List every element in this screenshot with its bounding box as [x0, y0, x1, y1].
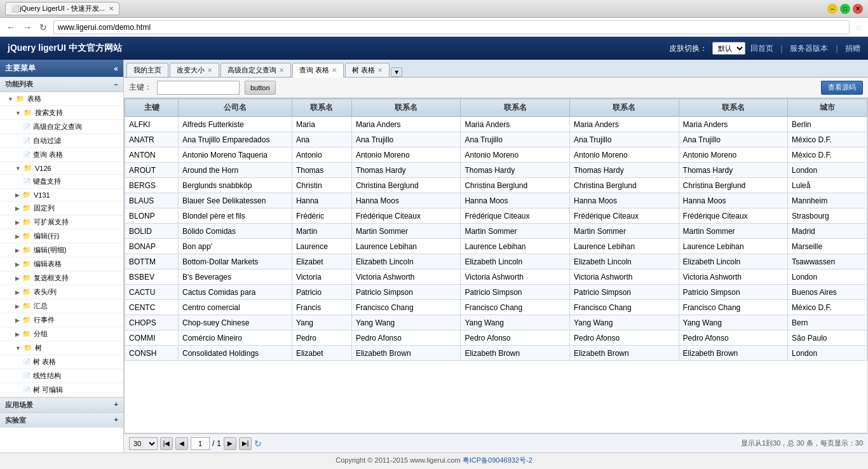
table-row[interactable]: BOTTMBottom-Dollar MarketsElizabetElizab…: [125, 254, 867, 269]
sidebar-item-keyboard[interactable]: 📄 键盘支持: [0, 175, 123, 189]
sidebar-item-v131[interactable]: ▶ 📁 V131: [0, 189, 123, 201]
refresh-button[interactable]: ↻: [254, 438, 262, 449]
table-cell: Frédérique Citeaux: [461, 208, 570, 224]
maximize-button[interactable]: □: [840, 4, 850, 14]
tab-tree-table-close[interactable]: ✕: [377, 67, 383, 74]
donate-link[interactable]: 捐赠: [845, 44, 860, 53]
sidebar-item-group[interactable]: ▶ 📁 分组: [0, 327, 123, 341]
sidebar-item-linear[interactable]: 📄 线性结构: [0, 369, 123, 383]
back-button[interactable]: ←: [5, 22, 17, 32]
sidebar-item-query-table[interactable]: 📄 查询 表格: [0, 148, 123, 162]
grid-container[interactable]: 主键 公司名 联系名 联系名 联系名 联系名 联系名 城市 ALFKIAlfre…: [124, 98, 868, 433]
sidebar-item-header-col[interactable]: ▶ 📁 表头/列: [0, 285, 123, 299]
sidebar-item-row-events[interactable]: ▶ 📁 行事件: [0, 313, 123, 327]
sidebar-item-edit-table[interactable]: ▶ 📁 编辑表格: [0, 257, 123, 271]
col-header-key[interactable]: 主键: [125, 99, 179, 117]
sidebar-item-expand[interactable]: ▶ 📁 可扩展支持: [0, 215, 123, 229]
sidebar-item-edit-row[interactable]: ▶ 📁 编辑(行): [0, 229, 123, 243]
url-input[interactable]: [53, 20, 850, 34]
sidebar-item-tree-table[interactable]: 📄 树 表格: [0, 355, 123, 369]
server-version-link[interactable]: 服务器版本: [790, 44, 828, 53]
sidebar-item-tree[interactable]: ▼ 📁 树: [0, 341, 123, 355]
forward-button[interactable]: →: [22, 22, 33, 32]
sidebar-item-label-v131: V131: [34, 191, 50, 199]
sidebar-item-label-treetable: 树 表格: [33, 357, 56, 367]
table-row[interactable]: CENTCCentro comercialFrancisFrancisco Ch…: [125, 300, 867, 315]
sidebar-scenarios[interactable]: 应用场景 +: [0, 397, 123, 412]
tab-adv-query-close[interactable]: ✕: [279, 67, 284, 74]
home-link[interactable]: 回首页: [750, 44, 773, 53]
prev-page-button[interactable]: ◀: [175, 437, 188, 450]
search-button[interactable]: button: [245, 81, 276, 95]
sidebar-item-tables[interactable]: ▼ 📁 表格: [0, 92, 123, 106]
reload-button[interactable]: ↻: [38, 22, 48, 32]
sidebar-func-list-header[interactable]: 功能列表 −: [0, 77, 123, 92]
sidebar-collapse-icon[interactable]: «: [114, 64, 118, 73]
minimize-button[interactable]: –: [827, 4, 837, 14]
sidebar-item-edit-detail[interactable]: ▶ 📁 编辑(明细): [0, 243, 123, 257]
table-cell: London: [788, 269, 867, 285]
col-header-contact2[interactable]: 联系名: [351, 99, 461, 117]
table-row[interactable]: CONSHConsolidated HoldingsElizabetElizab…: [125, 346, 867, 361]
tab-tree-table[interactable]: 树 表格 ✕: [345, 63, 390, 77]
sidebar-item-auto-filter[interactable]: 📄 自动过滤: [0, 134, 123, 148]
bookmark-icon[interactable]: ☆: [855, 22, 863, 32]
table-cell: Comércio Mineiro: [179, 330, 292, 346]
skin-select[interactable]: 默认: [712, 42, 745, 55]
table-row[interactable]: BONAPBon app'LaurenceLaurence LebihanLau…: [125, 239, 867, 254]
table-row[interactable]: BERGSBerglunds snabbköpChristinChristina…: [125, 178, 867, 193]
table-row[interactable]: ALFKIAlfreds FutterkisteMariaMaria Ander…: [125, 117, 867, 132]
table-row[interactable]: BLAUSBlauer See DelikatessenHannaHanna M…: [125, 193, 867, 208]
table-row[interactable]: BSBEVB's BeveragesVictoriaVictoria Ashwo…: [125, 269, 867, 285]
close-button[interactable]: ✕: [853, 4, 863, 14]
sidebar-scenarios-add-icon[interactable]: +: [114, 400, 118, 410]
col-header-city[interactable]: 城市: [788, 99, 867, 117]
sidebar-item-fixed-col[interactable]: ▶ 📁 固定列: [0, 201, 123, 215]
table-row[interactable]: CACTUCactus Comidas paraPatricioPatricio…: [125, 285, 867, 300]
view-source-button[interactable]: 查看源码: [821, 81, 863, 95]
col-header-contact3[interactable]: 联系名: [461, 99, 570, 117]
first-page-button[interactable]: |◀: [160, 437, 173, 450]
sidebar-lab-add-icon[interactable]: +: [114, 416, 118, 425]
expand-icon-rowevents: ▶: [15, 317, 20, 323]
tab-query-table-close[interactable]: ✕: [332, 67, 337, 74]
browser-tab[interactable]: ⬜ jQuery LigerUI - 快速开发... ✕: [5, 2, 119, 15]
table-row[interactable]: BOLIDBólido ComidasMartinMartin SommerMa…: [125, 224, 867, 239]
table-row[interactable]: ANTONAntonio Moreno TaqueriaAntonioAnton…: [125, 147, 867, 163]
sidebar-item-advanced-query[interactable]: 📄 高级自定义查询: [0, 120, 123, 134]
expand-icon-search: ▼: [15, 110, 21, 116]
sidebar-lab[interactable]: 实验室 +: [0, 412, 123, 428]
col-header-company[interactable]: 公司名: [179, 99, 292, 117]
tab-resize[interactable]: 改变大小 ✕: [170, 63, 219, 77]
tab-home[interactable]: 我的主页: [126, 63, 168, 77]
table-row[interactable]: COMMIComércio MineiroPedroPedro AfonsoPe…: [125, 330, 867, 346]
tabs-dropdown-btn[interactable]: ▼: [391, 67, 402, 77]
tab-query-table[interactable]: 查询 表格 ✕: [292, 63, 344, 78]
table-row[interactable]: AROUTAround the HornThomasThomas HardyTh…: [125, 163, 867, 178]
sidebar-item-summary[interactable]: ▶ 📁 汇总: [0, 299, 123, 313]
browser-tab-close-btn[interactable]: ✕: [109, 5, 114, 12]
sidebar-item-label-editdetail: 编辑(明细): [34, 245, 66, 255]
primary-key-input[interactable]: [157, 81, 240, 95]
sidebar-item-tree-edit[interactable]: 📄 树 可编辑: [0, 383, 123, 397]
sidebar-main-menu-header[interactable]: 主要菜单 «: [0, 60, 123, 77]
sidebar-footer: 应用场景 + 实验室 +: [0, 397, 123, 428]
next-page-button[interactable]: ▶: [224, 437, 236, 450]
last-page-button[interactable]: ▶|: [239, 437, 252, 450]
col-header-contact5[interactable]: 联系名: [679, 99, 788, 117]
col-header-contact1[interactable]: 联系名: [292, 99, 351, 117]
icp-link[interactable]: 粤ICP备09046932号-2: [463, 456, 532, 464]
table-cell: Luleå: [788, 178, 867, 193]
tab-resize-close[interactable]: ✕: [207, 67, 212, 74]
tab-adv-query[interactable]: 高级自定义查询 ✕: [220, 63, 291, 77]
col-header-contact4[interactable]: 联系名: [570, 99, 679, 117]
sidebar-item-search[interactable]: ▼ 📁 搜索支持: [0, 106, 123, 120]
sidebar-item-v126[interactable]: ▼ 📁 V126: [0, 162, 123, 175]
sidebar-minus-icon[interactable]: −: [114, 81, 118, 88]
page-size-select[interactable]: 30 10 20 50 100: [129, 437, 158, 450]
page-number-input[interactable]: [191, 437, 210, 450]
sidebar-item-checkbox[interactable]: ▶ 📁 复选框支持: [0, 271, 123, 285]
table-row[interactable]: BLONPBlondel père et filsFrédéricFrédéri…: [125, 208, 867, 224]
table-row[interactable]: ANATRAna Trujillo EmparedadosAnaAna Truj…: [125, 132, 867, 147]
table-row[interactable]: CHOPSChop-suey ChineseYangYang WangYang …: [125, 315, 867, 330]
